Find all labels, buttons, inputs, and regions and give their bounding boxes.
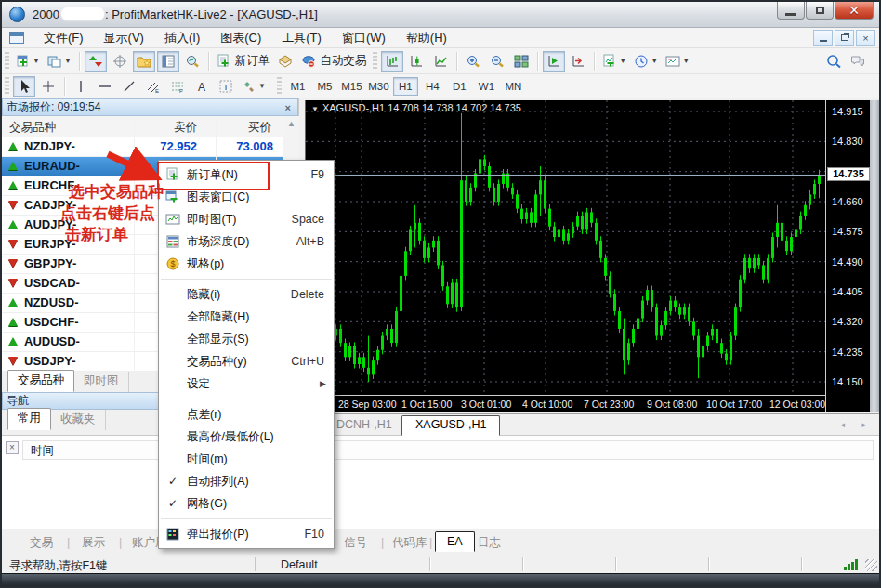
context-menu-item-最高价/最低价[interactable]: 最高价/最低价(L)	[159, 425, 334, 448]
context-menu-item-网格[interactable]: ✓网格(G)	[159, 492, 334, 515]
dropdown-arrow-icon[interactable]: ▼	[64, 57, 72, 65]
zoom-out-button[interactable]	[486, 51, 508, 72]
cursor-button[interactable]	[13, 76, 35, 97]
toolbar-grip[interactable]	[277, 77, 282, 96]
context-menu-item-自动排列[interactable]: ✓自动排列(A)	[159, 470, 334, 492]
bar-chart-button[interactable]	[381, 51, 403, 72]
context-menu-item-规格[interactable]: $规格(p)	[159, 253, 334, 275]
metaeditor-button[interactable]	[274, 51, 296, 72]
resize-grip[interactable]	[865, 559, 877, 571]
timeframe-m5-button[interactable]: M5	[312, 77, 337, 96]
terminal-tab-信号[interactable]: 信号	[344, 535, 367, 551]
terminal-close-button[interactable]: ×	[6, 441, 19, 454]
toolbar-grip[interactable]	[5, 77, 9, 96]
chart-window-icon[interactable]	[9, 32, 24, 44]
dropdown-arrow-icon[interactable]: ▼	[651, 57, 658, 65]
terminal-button[interactable]	[157, 51, 179, 72]
new-chart-button[interactable]: ▼	[13, 51, 43, 72]
child-close-button[interactable]: ×	[856, 30, 875, 46]
auto-scroll-button[interactable]	[543, 51, 565, 72]
strategy-tester-button[interactable]	[181, 51, 204, 72]
tile-windows-button[interactable]	[510, 51, 533, 72]
timeframe-d1-button[interactable]: D1	[447, 77, 472, 96]
market-watch-column-headers[interactable]: 交易品种 卖价 买价	[2, 116, 283, 137]
chart-shift-button[interactable]	[567, 51, 589, 72]
menu-item[interactable]: 帮助(H)	[396, 29, 457, 46]
context-menu-item-市场深度[interactable]: 市场深度(D)Alt+B	[159, 230, 334, 253]
data-window-button[interactable]	[109, 51, 131, 72]
menu-item[interactable]: 插入(I)	[154, 29, 210, 46]
navigator-tab-收藏夹[interactable]: 收藏夹	[51, 410, 106, 430]
text-label-button[interactable]: T	[215, 76, 237, 97]
dropdown-arrow-icon[interactable]: ▼	[258, 82, 266, 90]
search-button[interactable]	[822, 51, 845, 72]
menu-item[interactable]: 窗口(W)	[332, 29, 396, 46]
chart-tab-usdcnh[interactable]: DCNH-,H1	[336, 418, 392, 431]
title-bar[interactable]: 2000: ProfitMarketHK-Live2 - [XAGUSD-,H1…	[2, 2, 879, 28]
terminal-tab-代码库[interactable]: 代码库	[392, 535, 427, 551]
equidistant-channel-button[interactable]: E	[142, 76, 164, 97]
window-close-button[interactable]: ✕	[835, 2, 874, 20]
terminal-tab-日志[interactable]: 日志	[478, 535, 501, 551]
new-order-button[interactable]: 新订单	[214, 51, 273, 72]
autotrading-button[interactable]: 自动交易	[298, 51, 369, 72]
context-menu-item-全部显示[interactable]: 全部显示(S)	[159, 328, 334, 350]
menu-item[interactable]: 图表(C)	[210, 29, 271, 46]
time-axis[interactable]: 201828 Sep 03:001 Oct 15:003 Oct 01:004 …	[305, 395, 825, 412]
context-menu-item-即时图[interactable]: 即时图(T)Space	[159, 208, 334, 230]
zoom-in-button[interactable]	[462, 51, 484, 72]
status-profile[interactable]: Default	[281, 558, 318, 571]
chart-plot-area[interactable]: ▼XAGUSD-,H1 14.708 14.738 14.702 14.735	[305, 100, 825, 395]
navigator-tab-常用[interactable]: 常用	[7, 408, 51, 430]
indicators-button[interactable]: ▼	[599, 51, 629, 72]
timeframe-m30-button[interactable]: M30	[366, 77, 391, 96]
toolbar-grip[interactable]	[5, 52, 9, 71]
close-icon[interactable]: ×	[283, 102, 294, 113]
timeframe-h1-button[interactable]: H1	[393, 77, 418, 96]
terminal-tab-展示[interactable]: 展示	[82, 535, 105, 551]
window-minimize-button[interactable]	[777, 2, 805, 20]
terminal-tab-交易[interactable]: 交易	[30, 535, 53, 551]
text-button[interactable]: A	[191, 76, 213, 97]
child-restore-button[interactable]	[835, 30, 854, 46]
context-menu-item-弹出报价[interactable]: 弹出报价(P)F10	[159, 523, 334, 545]
chart-tab-xagusd[interactable]: XAGUSD-,H1	[401, 415, 500, 436]
arrows-button[interactable]: ▼	[239, 76, 269, 97]
fibonacci-button[interactable]: F	[166, 76, 189, 97]
context-menu-item-点差[interactable]: 点差(r)	[159, 403, 334, 425]
navigator-button[interactable]	[133, 51, 155, 72]
context-menu-item-设定[interactable]: 设定▶	[159, 372, 334, 395]
scroll-up-icon[interactable]: ▲	[283, 116, 299, 128]
menu-item[interactable]: 显示(V)	[94, 29, 154, 46]
dropdown-arrow-icon[interactable]: ▼	[619, 57, 626, 65]
context-menu-item-交易品种[interactable]: 交易品种(y)Ctrl+U	[159, 350, 334, 372]
menu-item[interactable]: 文件(F)	[33, 29, 94, 46]
vertical-line-button[interactable]	[70, 76, 92, 97]
timeframe-w1-button[interactable]: W1	[474, 77, 499, 96]
timeframe-m15-button[interactable]: M15	[339, 77, 364, 96]
terminal-column-time[interactable]: 时间	[22, 440, 874, 460]
child-minimize-button[interactable]	[813, 30, 833, 46]
timeframe-mn-button[interactable]: MN	[501, 77, 526, 96]
market-watch-tab-即时图[interactable]: 即时图	[74, 372, 129, 392]
market-watch-button[interactable]	[85, 51, 107, 72]
context-menu-item-全部隐藏[interactable]: 全部隐藏(H)	[159, 306, 334, 328]
terminal-tab-ea[interactable]: EA	[435, 531, 475, 552]
chat-button[interactable]	[847, 51, 869, 72]
line-chart-button[interactable]	[429, 51, 452, 72]
toolbar-grip[interactable]	[373, 52, 377, 71]
crosshair-button[interactable]	[37, 76, 59, 97]
periods-button[interactable]: ▼	[631, 51, 661, 72]
menu-item[interactable]: 工具(T)	[271, 29, 332, 46]
dropdown-arrow-icon[interactable]: ▼	[682, 57, 690, 65]
tab-scroll-arrows-icon[interactable]: ◂ ▸	[840, 420, 874, 429]
timeframe-m1-button[interactable]: M1	[285, 77, 310, 96]
market-watch-tab-交易品种[interactable]: 交易品种	[7, 370, 74, 392]
templates-button[interactable]: ▼	[663, 51, 692, 72]
context-menu-item-隐藏[interactable]: 隐藏(i)Delete	[159, 283, 334, 306]
window-restore-button[interactable]	[806, 2, 834, 20]
profiles-button[interactable]: ▼	[45, 51, 74, 72]
horizontal-line-button[interactable]	[94, 76, 116, 97]
dropdown-arrow-icon[interactable]: ▼	[33, 57, 40, 65]
price-axis[interactable]: 14.91514.83014.74514.66014.57514.49014.4…	[825, 100, 870, 412]
